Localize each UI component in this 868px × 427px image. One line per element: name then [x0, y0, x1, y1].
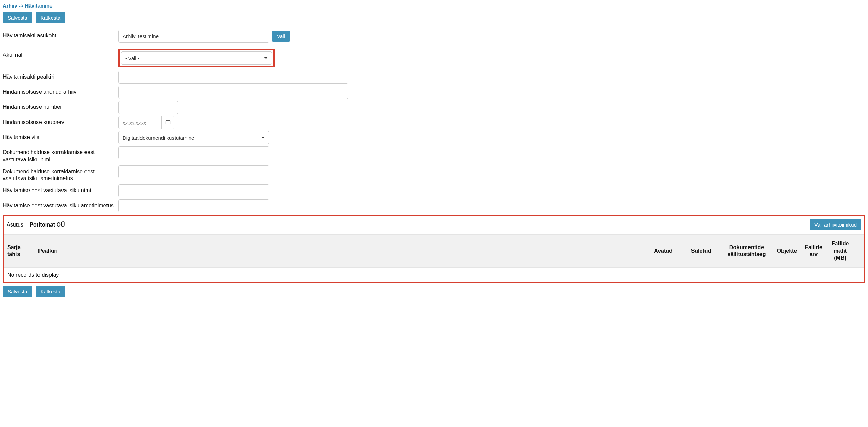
no-records-text: No records to display. [4, 267, 864, 282]
input-dok-nimi[interactable] [118, 146, 269, 159]
label-kuupaev: Hindamisotsuse kuupäev [3, 116, 118, 126]
vali-arhiivitoimikud-button[interactable]: Vali arhiivitoimikud [810, 219, 861, 230]
table-empty-row: No records to display. [4, 267, 864, 282]
save-button[interactable]: Salvesta [3, 12, 32, 23]
table-section-highlight: Asutus: Potitomat OÜ Vali arhiivitoimiku… [3, 215, 865, 283]
col-avatud[interactable]: Avatud [644, 235, 682, 267]
input-hav-amet[interactable] [118, 199, 269, 212]
date-wrap [118, 116, 174, 129]
col-failide-arv[interactable]: Failide arv [801, 235, 826, 267]
input-pealkiri[interactable] [118, 71, 348, 84]
label-dok-nimi: Dokumendihalduse korraldamise eest vastu… [3, 146, 118, 163]
calendar-button[interactable] [161, 116, 174, 129]
cancel-button-bottom[interactable]: Katkesta [36, 286, 65, 297]
breadcrumb[interactable]: Arhiiv -> Hävitamine [3, 3, 865, 9]
svg-rect-6 [169, 123, 169, 123]
vali-button[interactable]: Vali [272, 31, 290, 42]
input-kuupaev[interactable] [119, 116, 161, 129]
input-dok-amet[interactable] [118, 165, 269, 178]
save-button-bottom[interactable]: Salvesta [3, 286, 32, 297]
col-blank [854, 235, 864, 267]
input-number[interactable] [118, 101, 178, 114]
highlight-akti-mall: - vali - [118, 49, 275, 67]
col-pealkiri[interactable]: Pealkiri [35, 235, 644, 267]
col-sailitustahtaeg[interactable]: Dokumentide säilitustähtaeg [720, 235, 773, 267]
col-sarja-tahis[interactable]: Sarja tähis [4, 235, 35, 267]
col-failide-maht[interactable]: Failide maht (MB) [826, 235, 854, 267]
input-asukoht[interactable] [118, 30, 269, 43]
records-table: Sarja tähis Pealkiri Avatud Suletud Doku… [4, 234, 864, 282]
calendar-icon [165, 120, 171, 125]
label-dok-amet: Dokumendihalduse korraldamise eest vastu… [3, 165, 118, 183]
label-arhiiv: Hindamisotsuse andnud arhiiv [3, 86, 118, 96]
select-mall[interactable]: - vali - [121, 51, 272, 65]
svg-rect-5 [168, 123, 168, 123]
label-hav-nimi: Hävitamise eest vastutava isiku nimi [3, 184, 118, 194]
bottom-button-row: Salvesta Katkesta [3, 286, 865, 297]
label-hav-amet: Hävitamise eest vastutava isiku ametinim… [3, 199, 118, 209]
label-pealkiri: Hävitamisakti pealkiri [3, 71, 118, 81]
col-suletud[interactable]: Suletud [682, 235, 720, 267]
label-viis: Hävitamise viis [3, 131, 118, 141]
svg-rect-4 [167, 123, 167, 123]
input-hav-nimi[interactable] [118, 184, 269, 197]
svg-rect-8 [168, 124, 168, 124]
input-arhiiv[interactable] [118, 86, 348, 99]
label-number: Hindamisotsuse number [3, 101, 118, 111]
svg-rect-7 [167, 124, 167, 124]
cancel-button[interactable]: Katkesta [36, 12, 65, 23]
label-mall: Akti mall [3, 49, 118, 59]
label-asukoht: Hävitamisakti asukoht [3, 30, 118, 39]
asutus-value: Potitomat OÜ [30, 222, 65, 228]
col-objekte[interactable]: Objekte [773, 235, 801, 267]
select-viis[interactable]: Digitaaldokumendi kustutamine [118, 131, 269, 144]
asutus-label: Asutus: [7, 222, 25, 228]
top-button-row: Salvesta Katkesta [3, 12, 865, 23]
